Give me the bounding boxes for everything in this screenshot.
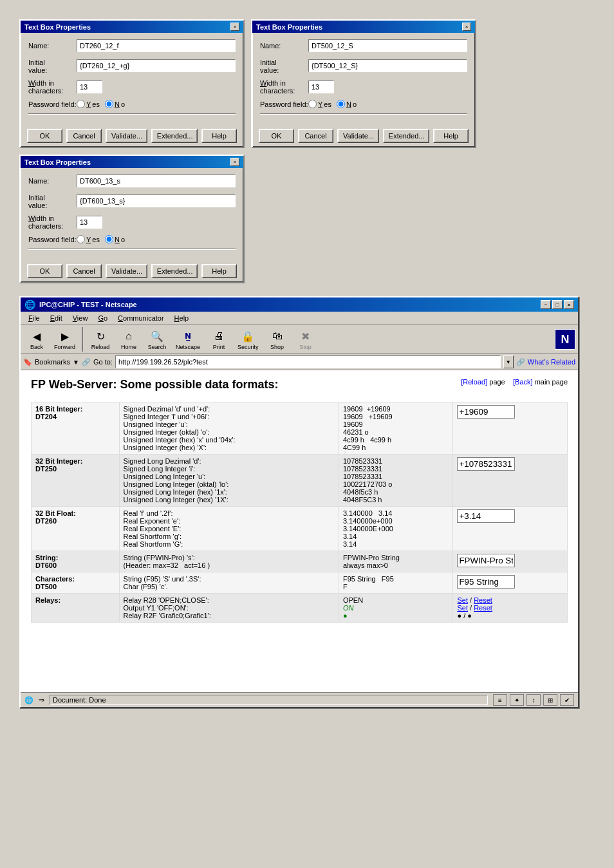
dialog-1-password-row: Password field: Yes No <box>28 100 236 108</box>
browser-toolbar: ◀ Back ▶ Forward ↻ Reload ⌂ Home 🔍 Searc… <box>21 325 578 354</box>
whats-related-icon: 🔗 <box>516 358 525 366</box>
display-input-3[interactable] <box>457 509 515 523</box>
dialog-1-content: Name: Initial value: Width in characters… <box>21 33 243 125</box>
dialog-1-radio-yes[interactable] <box>77 100 85 108</box>
dialog-3-radio-no[interactable] <box>105 235 113 243</box>
menu-file[interactable]: File <box>23 313 45 323</box>
table-cell-type: Characters: DT500 <box>32 572 120 594</box>
display-input-5[interactable] <box>457 575 515 589</box>
dialog-1-name-input[interactable] <box>77 39 236 52</box>
status-text: Document: Done <box>53 696 106 704</box>
relay-reset-link-1[interactable]: Reset <box>474 596 492 604</box>
dialog-2-validate-btn[interactable]: Validate... <box>337 129 379 143</box>
browser-maximize-btn[interactable]: □ <box>552 300 563 309</box>
dialog-2-ok-btn[interactable]: OK <box>259 129 294 143</box>
dialog-1-help-btn[interactable]: Help <box>201 129 237 143</box>
dialog-3-radio-yes[interactable] <box>77 235 85 243</box>
dialog-2-cancel-btn[interactable]: Cancel <box>298 129 333 143</box>
dialog-3-name-label: Name: <box>28 177 77 185</box>
dialog-3-buttons: OK Cancel Validate... Extended... Help <box>21 260 243 282</box>
dialog-3-validate-btn[interactable]: Validate... <box>106 264 147 278</box>
dialog-2-extended-btn[interactable]: Extended... <box>383 129 429 143</box>
toolbar-search-btn[interactable]: 🔍 Search <box>144 327 171 352</box>
dialogs-row-2: Text Box Properties × Name: Initial valu… <box>19 155 595 283</box>
dialog-1-width-input[interactable] <box>77 80 102 93</box>
toolbar-reload-btn[interactable]: ↻ Reload <box>87 327 114 352</box>
dialog-3-cancel-btn[interactable]: Cancel <box>66 264 102 278</box>
table-cell-display: Set / Reset Set / Reset ● / ● <box>453 594 568 623</box>
dialog-3-radio-group: Yes No <box>77 235 125 243</box>
search-icon: 🔍 <box>149 328 165 344</box>
location-dropdown[interactable]: ▼ <box>503 355 514 368</box>
toolbar-forward-btn[interactable]: ▶ Forward <box>50 327 79 352</box>
toolbar-stop-btn[interactable]: ✖ Stop <box>292 327 319 352</box>
dialog-3-radio-yes-label[interactable]: Yes <box>77 235 100 243</box>
table-cell-values: 3.140000 3.14 3.140000e+000 3.140000E+00… <box>339 507 453 551</box>
menu-view[interactable]: View <box>68 313 93 323</box>
table-row: String: DT600 String (FPWIN-Pro) 's': (H… <box>32 551 568 572</box>
menu-edit[interactable]: Edit <box>45 313 68 323</box>
dialog-3-help-btn[interactable]: Help <box>201 264 237 278</box>
toolbar-back-btn[interactable]: ◀ Back <box>23 327 50 352</box>
dialog-2-radio-no[interactable] <box>337 100 345 108</box>
toolbar-shop-btn[interactable]: 🛍 Shop <box>264 327 291 352</box>
dialog-3-initial-input[interactable] <box>77 194 236 207</box>
dialog-2-radio-yes-label[interactable]: Yes <box>308 100 331 108</box>
relay-set-link-1[interactable]: Set <box>457 596 468 604</box>
dialog-1-extended-btn[interactable]: Extended... <box>151 129 198 143</box>
table-cell-values: F95 String F95 F <box>339 572 453 594</box>
browser-icon: 🌐 <box>24 299 35 310</box>
dialog-1-name-label: Name: <box>28 42 77 50</box>
dialog-2-width-input[interactable] <box>308 80 334 93</box>
display-input-1[interactable] <box>457 405 515 419</box>
dialog-2-radio-group: Yes No <box>308 100 357 108</box>
menu-help[interactable]: Help <box>169 313 194 323</box>
location-bar[interactable] <box>115 355 501 368</box>
toolbar-home-btn[interactable]: ⌂ Home <box>115 327 142 352</box>
dialog-2-radio-no-label[interactable]: No <box>337 100 357 108</box>
dialog-3-extended-btn[interactable]: Extended... <box>151 264 198 278</box>
stop-icon: ✖ <box>298 328 313 344</box>
dialog-1-ok-btn[interactable]: OK <box>27 129 62 143</box>
dialog-2-initial-input[interactable] <box>308 59 467 72</box>
dialog-1-validate-btn[interactable]: Validate... <box>106 129 147 143</box>
dialog-2-radio-yes[interactable] <box>308 100 317 108</box>
browser-titlebar-icons: − □ × <box>541 300 574 309</box>
dialog-3-radio-no-label[interactable]: No <box>105 235 125 243</box>
dialog-2-content: Name: Initial value: Width in characters… <box>252 33 475 125</box>
browser-close-btn[interactable]: × <box>564 300 574 309</box>
browser-minimize-btn[interactable]: − <box>541 300 551 309</box>
toolbar-netscape-btn[interactable]: N̲ Netscape <box>172 327 204 352</box>
reload-link[interactable]: [Reload] <box>461 378 487 386</box>
dialog-3-width-input[interactable] <box>77 216 102 229</box>
toolbar-print-btn[interactable]: 🖨 Print <box>205 327 232 352</box>
dialog-1-close-btn[interactable]: × <box>230 23 239 31</box>
display-input-2[interactable] <box>457 457 515 471</box>
whats-related-label[interactable]: What's Related <box>528 358 575 366</box>
dialog-1-initial-input[interactable] <box>77 59 236 72</box>
relay-set-link-2[interactable]: Set <box>457 604 468 612</box>
dialog-1-radio-yes-label[interactable]: Yes <box>77 100 100 108</box>
dialog-3-name-input[interactable] <box>77 175 236 187</box>
back-link[interactable]: [Back] <box>513 378 533 386</box>
dialog-2-name-input[interactable] <box>308 39 467 52</box>
dialog-1-radio-no-label[interactable]: No <box>105 100 125 108</box>
browser-content: FP Web-Server: Some possible data format… <box>21 370 578 692</box>
menu-communicator[interactable]: Communicator <box>113 313 169 323</box>
dialog-1-radio-no[interactable] <box>105 100 113 108</box>
display-input-4[interactable] <box>457 554 515 567</box>
dialog-1-cancel-btn[interactable]: Cancel <box>66 129 102 143</box>
toolbar-security-btn[interactable]: 🔒 Security <box>234 327 263 352</box>
dialog-3: Text Box Properties × Name: Initial valu… <box>19 155 245 283</box>
dialog-3-close-btn[interactable]: × <box>230 158 239 166</box>
dialog-3-ok-btn[interactable]: OK <box>27 264 62 278</box>
dialog-2-width-row: Width in characters: <box>260 79 467 95</box>
menu-go[interactable]: Go <box>93 313 113 323</box>
dialog-1-title: Text Box Properties <box>24 23 91 31</box>
data-table: 16 Bit Integer: DT204 Signed Dezimal 'd'… <box>31 402 568 623</box>
bookmarks-label[interactable]: Bookmarks <box>35 358 70 366</box>
relay-reset-link-2[interactable]: Reset <box>474 604 492 612</box>
dialog-2-help-btn[interactable]: Help <box>433 129 469 143</box>
dialog-2-close-btn[interactable]: × <box>462 23 471 31</box>
status-icon-box-5: ✔ <box>560 694 574 706</box>
